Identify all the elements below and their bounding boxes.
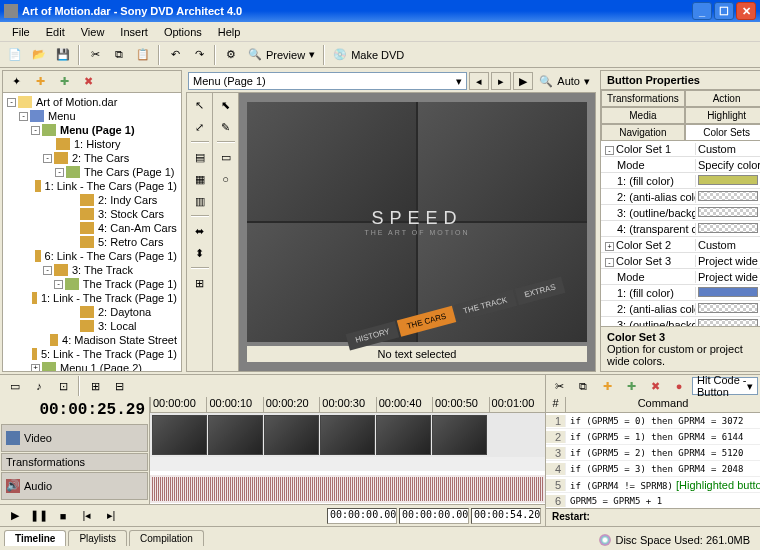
prop-row[interactable]: -Color Set 1Custom: [601, 141, 760, 157]
tree-item[interactable]: -Menu: [5, 109, 179, 123]
prop-row[interactable]: +Color Set 2Custom: [601, 237, 760, 253]
dist-h-icon[interactable]: ⬌: [190, 221, 210, 241]
audio-track[interactable]: [150, 475, 545, 503]
props-tab[interactable]: Highlight: [685, 107, 760, 124]
dvd-menu-preview[interactable]: SPEED THE ART OF MOTION HISTORYTHE CARST…: [247, 102, 587, 342]
audio-track-header[interactable]: 🔊Audio: [1, 472, 148, 500]
script-grid[interactable]: # Command 1if (GPRM5 = 0) then GPRM4 = 3…: [546, 397, 760, 508]
timeline-ruler[interactable]: 00:00:0000:00:1000:00:2000:00:3000:00:40…: [150, 397, 545, 413]
tool-c-icon[interactable]: ▭: [216, 147, 236, 167]
bottom-tab[interactable]: Playlists: [68, 530, 127, 546]
tree-item[interactable]: -The Cars (Page 1): [5, 165, 179, 179]
prop-row[interactable]: 2: (anti-alias color): [601, 189, 760, 205]
props-tab[interactable]: Transformations: [601, 90, 685, 107]
tl-tool3-icon[interactable]: ⊡: [52, 375, 74, 397]
menu-file[interactable]: File: [4, 24, 38, 40]
tree-item[interactable]: 5: Retro Cars: [5, 235, 179, 249]
tool-b-icon[interactable]: ✎: [216, 117, 236, 137]
tree-item[interactable]: -2: The Cars: [5, 151, 179, 165]
prop-row[interactable]: 3: (outline/backgrou...: [601, 317, 760, 326]
cut-button[interactable]: ✂: [84, 44, 106, 66]
maximize-button[interactable]: ☐: [714, 2, 734, 20]
nav-fwd-button[interactable]: ▸: [491, 72, 511, 90]
tree-item[interactable]: -Art of Motion.dar: [5, 95, 179, 109]
transform-track-header[interactable]: Transformations: [1, 453, 148, 471]
script-row[interactable]: 6GPRM5 = GPRM5 + 1: [546, 493, 760, 508]
align-center-icon[interactable]: ▦: [190, 169, 210, 189]
props-tab[interactable]: Color Sets: [685, 124, 760, 141]
video-track-header[interactable]: Video: [1, 424, 148, 452]
menu-help[interactable]: Help: [210, 24, 249, 40]
zoom-dropdown[interactable]: 🔍 Auto ▾: [535, 75, 594, 88]
sp-del-icon[interactable]: ✖: [644, 375, 666, 397]
align-left-icon[interactable]: ▤: [190, 147, 210, 167]
tree-item[interactable]: 1: Link - The Track (Page 1): [5, 291, 179, 305]
prop-row[interactable]: ModeSpecify colors: [601, 157, 760, 173]
dist-v-icon[interactable]: ⬍: [190, 243, 210, 263]
bottom-tab[interactable]: Timeline: [4, 530, 66, 546]
tree-item[interactable]: -The Track (Page 1): [5, 277, 179, 291]
props-tab[interactable]: Media: [601, 107, 685, 124]
redo-button[interactable]: ↷: [188, 44, 210, 66]
prop-row[interactable]: 2: (anti-alias color): [601, 301, 760, 317]
tc-dur[interactable]: 00:00:54.20: [471, 508, 541, 524]
tc-in[interactable]: 00:00:00.00: [327, 508, 397, 524]
script-row[interactable]: 4if (GPRM5 = 3) then GPRM4 = 2048: [546, 461, 760, 477]
stop-button[interactable]: ■: [52, 505, 74, 527]
make-dvd-button[interactable]: 💿 Make DVD: [329, 48, 408, 61]
tree-item[interactable]: -Menu (Page 1): [5, 123, 179, 137]
prop-row[interactable]: 1: (fill color): [601, 285, 760, 301]
grid-icon[interactable]: ⊞: [190, 273, 210, 293]
properties-grid[interactable]: -Color Set 1CustomModeSpecify colors1: (…: [601, 141, 760, 326]
tree-item[interactable]: 4: Madison State Street: [5, 333, 179, 347]
script-row[interactable]: 5if (GPRM4 != SPRM8) [Highlighted butto: [546, 477, 760, 493]
sp-add2-icon[interactable]: ✚: [620, 375, 642, 397]
minimize-button[interactable]: _: [692, 2, 712, 20]
tool-button[interactable]: ⚙: [220, 44, 242, 66]
copy-button[interactable]: ⧉: [108, 44, 130, 66]
tl-tool2-icon[interactable]: ♪: [28, 375, 50, 397]
tree-item[interactable]: 5: Link - The Track (Page 1): [5, 347, 179, 361]
tree-item[interactable]: 2: Indy Cars: [5, 193, 179, 207]
prop-row[interactable]: 1: (fill color): [601, 173, 760, 189]
project-tree[interactable]: -Art of Motion.dar-Menu-Menu (Page 1)1: …: [3, 93, 181, 371]
start-button[interactable]: |◂: [76, 505, 98, 527]
nav-back-button[interactable]: ◂: [469, 72, 489, 90]
tree-item[interactable]: +Menu 1 (Page 2): [5, 361, 179, 371]
sp-add-icon[interactable]: ✚: [596, 375, 618, 397]
tree-item[interactable]: -3: The Track: [5, 263, 179, 277]
sp-rec-icon[interactable]: ●: [668, 375, 690, 397]
paste-button[interactable]: 📋: [132, 44, 154, 66]
tool-a-icon[interactable]: ⬉: [216, 95, 236, 115]
prop-row[interactable]: ModeProject wide: [601, 269, 760, 285]
props-tab[interactable]: Action: [685, 90, 760, 107]
tree-item[interactable]: 1: History: [5, 137, 179, 151]
tree-add-icon[interactable]: ✚: [29, 71, 51, 93]
prop-row[interactable]: -Color Set 3Project wide: [601, 253, 760, 269]
select-tool-icon[interactable]: ↖: [190, 95, 210, 115]
script-row[interactable]: 3if (GPRM5 = 2) then GPRM4 = 5120: [546, 445, 760, 461]
tree-item[interactable]: 1: Link - The Cars (Page 1): [5, 179, 179, 193]
align-right-icon[interactable]: ▥: [190, 191, 210, 211]
tool-d-icon[interactable]: ○: [216, 169, 236, 189]
prop-row[interactable]: 3: (outline/backgrou...: [601, 205, 760, 221]
prop-row[interactable]: 4: (transparent color): [601, 221, 760, 237]
undo-button[interactable]: ↶: [164, 44, 186, 66]
close-button[interactable]: ✕: [736, 2, 756, 20]
tree-item[interactable]: 3: Stock Cars: [5, 207, 179, 221]
sp-copy-icon[interactable]: ⧉: [572, 375, 594, 397]
menu-options[interactable]: Options: [156, 24, 210, 40]
tree-tool-icon[interactable]: ✦: [5, 71, 27, 93]
tl-tool4-icon[interactable]: ⊞: [84, 375, 106, 397]
tree-dup-icon[interactable]: ✚: [53, 71, 75, 93]
end-button[interactable]: ▸|: [100, 505, 122, 527]
tree-item[interactable]: 2: Daytona: [5, 305, 179, 319]
menu-edit[interactable]: Edit: [38, 24, 73, 40]
tree-del-icon[interactable]: ✖: [77, 71, 99, 93]
pause-button[interactable]: ❚❚: [28, 505, 50, 527]
bottom-tab[interactable]: Compilation: [129, 530, 204, 546]
script-row[interactable]: 1if (GPRM5 = 0) then GPRM4 = 3072: [546, 413, 760, 429]
new-button[interactable]: 📄: [4, 44, 26, 66]
menu-view[interactable]: View: [73, 24, 113, 40]
script-row[interactable]: 2if (GPRM5 = 1) then GPRM4 = 6144: [546, 429, 760, 445]
